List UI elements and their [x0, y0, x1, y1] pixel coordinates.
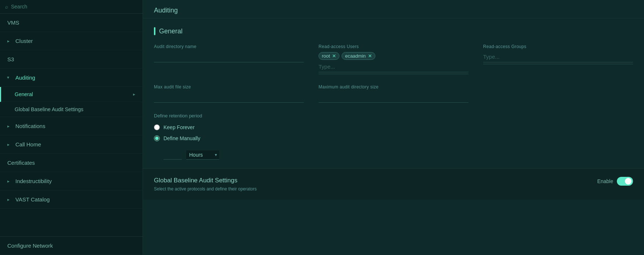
chevron-right-icon: ▸	[7, 124, 10, 129]
baseline-subtitle: Select the active protocols and define t…	[154, 186, 257, 192]
sidebar-item-label: Auditing	[15, 74, 35, 81]
audit-directory-name-input[interactable]: .vast_audit_dir	[154, 52, 304, 62]
radio-option-define-manually[interactable]: Define Manually	[154, 135, 633, 141]
enable-toggle[interactable]	[617, 177, 633, 186]
tag-root: root ✕	[319, 52, 339, 60]
sidebar-item-label: Indestructibility	[15, 178, 52, 184]
sidebar-item-label: Certificates	[7, 160, 35, 166]
field-audit-directory-name: Audit directory name .vast_audit_dir	[154, 44, 304, 62]
search-bar[interactable]: ⌕	[0, 0, 143, 14]
sidebar-item-auditing[interactable]: ▸ Auditing	[0, 69, 143, 87]
baseline-text: Global Baseline Audit Settings Select th…	[154, 177, 257, 192]
sidebar-item-label: Call Home	[15, 141, 41, 147]
sidebar-item-call-home[interactable]: ▸ Call Home	[0, 135, 143, 154]
baseline-section: Global Baseline Audit Settings Select th…	[143, 169, 644, 200]
sidebar-sub-item-general[interactable]: General ▸	[0, 87, 143, 102]
enable-label: Enable	[597, 178, 613, 184]
sidebar-item-label: VMS	[7, 19, 19, 26]
field-read-access-groups: Read-access Groups	[483, 44, 633, 64]
toggle-slider	[617, 177, 633, 186]
keep-forever-label: Keep Forever	[163, 124, 195, 130]
radio-group-retention: Keep Forever Define Manually 1 Hours Day…	[154, 124, 633, 160]
read-access-groups-type-input[interactable]	[483, 52, 633, 62]
baseline-title: Global Baseline Audit Settings	[154, 177, 257, 184]
general-section: General Audit directory name .vast_audit…	[143, 18, 644, 169]
sidebar-item-label: Notifications	[15, 123, 45, 129]
sidebar-item-vast-catalog[interactable]: ▸ VAST Catalog	[0, 190, 143, 209]
baseline-header: Global Baseline Audit Settings Select th…	[154, 177, 633, 192]
section-title-general: General	[154, 27, 633, 35]
retention-section: Define retention period Keep Forever Def…	[154, 113, 633, 160]
define-manually-label: Define Manually	[163, 135, 200, 141]
sidebar-item-label: Configure Network	[7, 243, 53, 249]
manual-inputs: 1 Hours Days Weeks Months	[163, 150, 633, 160]
remove-tag-root[interactable]: ✕	[332, 54, 336, 58]
form-row-2: Max audit file size 1 GB Maximum audit d…	[154, 84, 633, 103]
field-maximum-audit-directory-size: Maximum audit directory size	[319, 84, 468, 103]
sidebar-item-configure-network[interactable]: Configure Network	[0, 236, 143, 255]
audit-directory-name-label: Audit directory name	[154, 44, 304, 49]
main-content: Auditing General Audit directory name .v…	[143, 0, 644, 255]
chevron-right-icon: ▸	[7, 197, 10, 202]
keep-forever-radio[interactable]	[154, 124, 160, 130]
sidebar-item-label: Cluster	[15, 38, 33, 44]
read-access-groups-label: Read-access Groups	[483, 44, 633, 49]
manual-unit-select-wrap: Hours Days Weeks Months	[186, 150, 219, 160]
read-access-users-type-input[interactable]	[319, 62, 468, 72]
read-access-users-label: Read-access Users	[319, 44, 468, 49]
radio-option-keep-forever[interactable]: Keep Forever	[154, 124, 633, 130]
search-icon: ⌕	[5, 4, 8, 10]
page-header: Auditing	[143, 0, 644, 18]
sidebar-item-label: VAST Catalog	[15, 196, 50, 203]
maximum-audit-directory-size-label: Maximum audit directory size	[319, 84, 468, 90]
sidebar-item-vms[interactable]: VMS	[0, 14, 143, 32]
sidebar-item-label: S3	[7, 56, 14, 62]
search-input[interactable]	[11, 4, 137, 10]
define-manually-radio[interactable]	[154, 135, 160, 141]
sidebar: ⌕ VMS ▸ Cluster S3 ▸ Auditing General ▸ …	[0, 0, 143, 255]
manual-unit-select[interactable]: Hours Days Weeks Months	[186, 150, 219, 160]
read-access-users-input[interactable]: root ✕ ecaadmin ✕	[319, 52, 468, 74]
remove-tag-ecaadmin[interactable]: ✕	[368, 54, 372, 58]
sidebar-item-indestructibility[interactable]: ▸ Indestructibility	[0, 172, 143, 190]
chevron-down-icon: ▸	[6, 77, 11, 79]
manual-value-input[interactable]: 1	[163, 150, 182, 160]
sidebar-sub-item-label: General	[15, 91, 33, 97]
tag-label: ecaadmin	[345, 53, 365, 59]
sidebar-sub-item-label: Global Baseline Audit Settings	[15, 106, 84, 112]
maximum-audit-directory-size-input[interactable]	[319, 92, 468, 103]
retention-label: Define retention period	[154, 113, 633, 119]
sidebar-sub-item-global-baseline[interactable]: Global Baseline Audit Settings	[0, 102, 143, 117]
tag-label: root	[322, 53, 330, 59]
enable-toggle-group: Enable	[597, 177, 633, 186]
form-row-1: Audit directory name .vast_audit_dir Rea…	[154, 44, 633, 74]
max-audit-file-size-input[interactable]: 1 GB	[154, 92, 304, 103]
read-access-groups-input[interactable]	[483, 52, 633, 64]
chevron-right-icon: ▸	[7, 39, 10, 44]
sidebar-item-cluster[interactable]: ▸ Cluster	[0, 32, 143, 50]
chevron-right-icon: ▸	[7, 142, 10, 147]
field-max-audit-file-size: Max audit file size 1 GB	[154, 84, 304, 103]
sidebar-item-s3[interactable]: S3	[0, 50, 143, 69]
field-read-access-users: Read-access Users root ✕ ecaadmin ✕	[319, 44, 468, 74]
max-audit-file-size-label: Max audit file size	[154, 84, 304, 90]
page-title: Auditing	[154, 7, 178, 14]
chevron-right-icon: ▸	[7, 179, 10, 184]
chevron-right-icon: ▸	[133, 92, 135, 97]
sidebar-item-notifications[interactable]: ▸ Notifications	[0, 117, 143, 135]
tag-ecaadmin: ecaadmin ✕	[342, 52, 375, 60]
sidebar-item-certificates[interactable]: Certificates	[0, 154, 143, 172]
